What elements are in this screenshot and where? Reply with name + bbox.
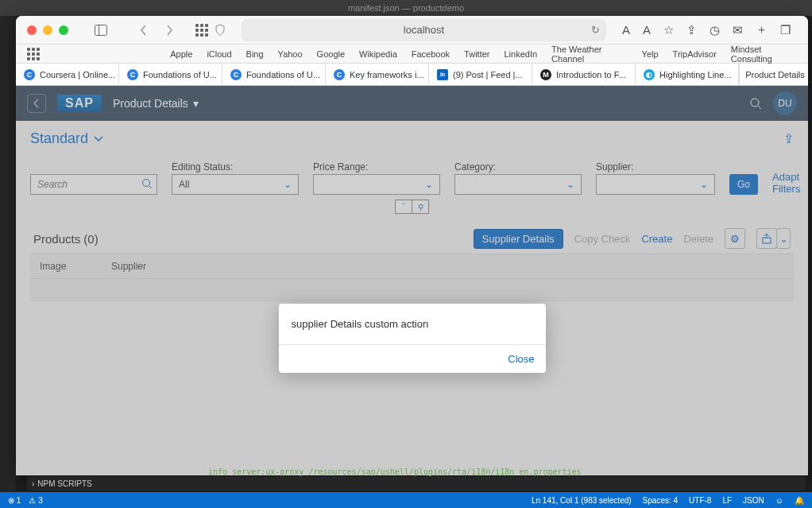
indentation[interactable]: Spaces: 4 <box>643 496 678 505</box>
tab-label: Highlighting Line... <box>659 70 732 79</box>
eol[interactable]: LF <box>722 496 732 505</box>
browser-toolbar: localhost ↻ A A ☆ ⇪ ◷ ✉ ＋ ❐ <box>16 16 808 45</box>
bookmark-item[interactable]: Twitter <box>464 49 489 59</box>
browser-tab[interactable]: CCoursera | Online... <box>16 64 119 85</box>
browser-tab[interactable]: CFoundations of U... <box>222 64 326 85</box>
url-text: localhost <box>404 24 444 36</box>
back-button[interactable] <box>133 21 154 40</box>
sidebar-toggle-icon[interactable] <box>91 21 111 40</box>
bookmark-item[interactable]: Google <box>317 49 345 59</box>
browser-tab[interactable]: MIntroduction to F... <box>532 64 636 85</box>
browser-tab-active[interactable]: Product Details <box>739 64 808 85</box>
browser-tab[interactable]: CFoundations of U... <box>119 64 222 85</box>
bookmark-item[interactable]: iCloud <box>207 49 231 59</box>
bookmark-item[interactable]: Yahoo <box>278 49 303 59</box>
dialog-close-button[interactable]: Close <box>508 353 534 365</box>
notifications-bell-icon[interactable]: 🔔 <box>795 496 804 505</box>
vscode-activity-bar <box>0 16 16 492</box>
message-dialog: supplier Details custom action Close <box>279 304 546 373</box>
modal-scrim <box>16 86 808 475</box>
bookmarks-bar: Apple iCloud Bing Yahoo Google Wikipedia… <box>16 45 808 64</box>
minimize-window-dot[interactable] <box>43 25 52 35</box>
mail-icon-chrome[interactable]: ✉ <box>733 23 743 37</box>
tab-label: Foundations of U... <box>246 70 320 79</box>
npm-label: NPM SCRIPTS <box>37 479 91 488</box>
zoom-window-dot[interactable] <box>59 25 68 35</box>
tabs-overview-icon[interactable]: ❐ <box>780 23 791 37</box>
bookmark-item[interactable]: The Weather Channel <box>551 45 628 64</box>
bookmark-item[interactable]: Apple <box>170 49 192 59</box>
npm-scripts-panel[interactable]: › NPM SCRIPTS <box>27 476 806 491</box>
reload-icon[interactable]: ↻ <box>591 24 600 36</box>
encoding[interactable]: UTF-8 <box>689 496 711 505</box>
privacy-shield-icon[interactable] <box>215 24 226 37</box>
bookmark-item[interactable]: Mindset Consulting <box>731 45 797 64</box>
textsize-big-icon[interactable]: A <box>643 23 651 37</box>
favorites-star-icon[interactable]: ☆ <box>663 23 674 37</box>
cursor-position[interactable]: Ln 141, Col 1 (983 selected) <box>532 496 632 505</box>
share-icon[interactable]: ⇪ <box>686 23 697 37</box>
svg-rect-0 <box>95 25 107 35</box>
app-grid-icon[interactable] <box>195 24 208 37</box>
tab-label: Product Details <box>745 70 805 79</box>
tab-label: (9) Post | Feed |... <box>453 70 523 79</box>
bookmark-item[interactable]: Facebook <box>412 49 450 59</box>
textsize-small-icon[interactable]: A <box>622 23 630 37</box>
tab-label: Key frameworks i... <box>350 70 424 79</box>
bookmark-item[interactable]: TripAdvisor <box>673 49 717 59</box>
mac-title-bar: manifest.json — productdemo <box>0 0 812 16</box>
problems-warnings[interactable]: ⚠ 3 <box>29 496 42 505</box>
tab-label: Coursera | Online... <box>40 70 115 79</box>
browser-tab[interactable]: in(9) Post | Feed |... <box>429 64 532 85</box>
safari-window: localhost ↻ A A ☆ ⇪ ◷ ✉ ＋ ❐ Apple iCloud… <box>16 16 808 475</box>
bookmark-item[interactable]: Bing <box>246 49 264 59</box>
dialog-message: supplier Details custom action <box>279 304 546 344</box>
chevron-right-icon: › <box>32 479 34 488</box>
bookmark-item[interactable]: Yelp <box>642 49 659 59</box>
feedback-icon[interactable]: ☺ <box>775 496 783 505</box>
forward-button[interactable] <box>159 21 180 40</box>
terminal-output: info server:ux-proxy /resources/sap/ushe… <box>208 467 582 476</box>
new-tab-plus-icon[interactable]: ＋ <box>756 22 768 37</box>
fiori-app: SAP Product Details ▾ DU Standard ⇪ <box>16 86 808 475</box>
browser-tab[interactable]: CKey frameworks i... <box>326 64 429 85</box>
browser-tabstrip: CCoursera | Online... CFoundations of U.… <box>16 64 808 86</box>
browser-tab[interactable]: ◐Highlighting Line... <box>636 64 739 85</box>
problems-errors[interactable]: ⊗ 1 <box>8 496 21 505</box>
bookmarks-apps-icon[interactable] <box>27 48 40 60</box>
bookmark-item[interactable]: Wikipedia <box>359 49 397 59</box>
history-clock-icon[interactable]: ◷ <box>710 23 720 37</box>
address-bar[interactable]: localhost ↻ <box>242 19 606 41</box>
vscode-status-bar: ⊗ 1 ⚠ 3 Ln 141, Col 1 (983 selected) Spa… <box>0 492 812 508</box>
language-mode[interactable]: JSON <box>743 496 764 505</box>
tab-label: Foundations of U... <box>143 70 217 79</box>
tab-label: Introduction to F... <box>556 70 625 79</box>
close-window-dot[interactable] <box>27 25 37 35</box>
bookmark-item[interactable]: LinkedIn <box>505 49 538 59</box>
